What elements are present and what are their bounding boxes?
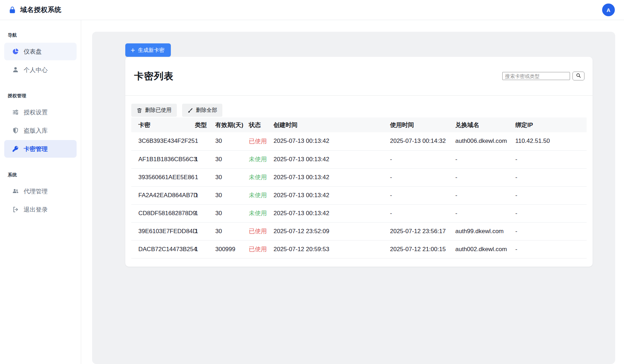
- table-cell: -: [515, 222, 587, 240]
- sidebar: 导航仪表盘个人中心授权管理授权设置盗版入库卡密管理系统代理管理退出登录: [0, 20, 81, 364]
- status-cell: 已使用: [249, 240, 274, 258]
- column-header: 类型: [195, 117, 215, 132]
- key-table: 卡密类型有效期(天)状态创建时间使用时间兑换域名绑定IP 3C6B393E434…: [131, 117, 587, 259]
- content-panel: 生成新卡密 卡密列表: [92, 32, 615, 364]
- table-head: 卡密类型有效期(天)状态创建时间使用时间兑换域名绑定IP: [131, 117, 587, 132]
- sidebar-sections: 导航仪表盘个人中心授权管理授权设置盗版入库卡密管理系统代理管理退出登录: [4, 32, 77, 218]
- sidebar-item-label: 退出登录: [24, 206, 48, 214]
- search-input[interactable]: [502, 72, 570, 80]
- app-window: 域名授权系统 A 导航仪表盘个人中心授权管理授权设置盗版入库卡密管理系统代理管理…: [0, 0, 624, 364]
- status-cell: 已使用: [249, 132, 274, 150]
- table-cell: -: [515, 240, 587, 258]
- table-cell: 1: [195, 150, 215, 168]
- table-cell: 30: [215, 186, 249, 204]
- plus-icon: [130, 48, 136, 53]
- user-icon: [12, 66, 19, 73]
- sidebar-section-label: 导航: [4, 32, 77, 38]
- table-cell: 30: [215, 222, 249, 240]
- table-cell: -: [515, 186, 587, 204]
- table-cell: -: [390, 204, 455, 222]
- users-icon: [12, 188, 19, 195]
- trash-icon: [137, 108, 142, 113]
- sidebar-item-label: 代理管理: [24, 187, 48, 195]
- table-cell: DACB72C14473B254: [131, 240, 195, 258]
- table-cell: -: [455, 150, 515, 168]
- table-cell: 1: [195, 240, 215, 258]
- shield-icon: [12, 127, 19, 134]
- pie-chart-icon: [12, 48, 19, 55]
- sidebar-item-label: 授权设置: [24, 108, 48, 116]
- table-cell: AF1B1B1836CB56C3: [131, 150, 195, 168]
- table-header-row: 卡密类型有效期(天)状态创建时间使用时间兑换域名绑定IP: [131, 117, 587, 132]
- main-area: 生成新卡密 卡密列表: [81, 20, 624, 364]
- user-avatar[interactable]: A: [602, 4, 615, 16]
- table-cell: CD8DF581682878D9: [131, 204, 195, 222]
- card-header: 卡密列表: [125, 57, 593, 96]
- table-cell: FA2A42EAD864AB7D: [131, 186, 195, 204]
- table-cell: -: [455, 204, 515, 222]
- sidebar-item-card-keys[interactable]: 卡密管理: [4, 140, 77, 158]
- top-bar: 域名授权系统 A: [0, 0, 624, 20]
- delete-all-button[interactable]: 删除全部: [182, 104, 222, 117]
- table-cell: 110.42.51.50: [515, 132, 587, 150]
- table-cell: auth99.dkewl.com: [455, 222, 515, 240]
- column-header: 卡密: [131, 117, 195, 132]
- table-cell: 2025-07-12 21:00:15: [390, 240, 455, 258]
- delete-used-label: 删除已使用: [145, 107, 172, 114]
- search-icon: [576, 73, 581, 79]
- table-cell: auth002.dkewl.com: [455, 240, 515, 258]
- table-cell: 30: [215, 204, 249, 222]
- sidebar-section-label: 系统: [4, 172, 77, 178]
- status-cell: 未使用: [249, 186, 274, 204]
- generate-key-button[interactable]: 生成新卡密: [125, 43, 171, 57]
- page-body: 导航仪表盘个人中心授权管理授权设置盗版入库卡密管理系统代理管理退出登录 生成新卡…: [0, 20, 624, 364]
- key-list-card: 卡密列表: [125, 57, 593, 267]
- table-cell: -: [455, 168, 515, 186]
- sidebar-item-profile[interactable]: 个人中心: [4, 61, 77, 79]
- table-cell: 39E6103E7FEDD84D: [131, 222, 195, 240]
- table-cell: 2025-07-13 00:13:42: [274, 168, 390, 186]
- table-cell: -: [455, 186, 515, 204]
- search-button[interactable]: [572, 72, 584, 80]
- column-header: 使用时间: [390, 117, 455, 132]
- delete-used-button[interactable]: 删除已使用: [131, 104, 177, 117]
- status-cell: 未使用: [249, 204, 274, 222]
- sidebar-item-dashboard[interactable]: 仪表盘: [4, 43, 77, 60]
- sidebar-item-auth-settings[interactable]: 授权设置: [4, 103, 77, 121]
- table-cell: 1: [195, 222, 215, 240]
- sidebar-item-agents[interactable]: 代理管理: [4, 182, 77, 200]
- table-cell: 30: [215, 150, 249, 168]
- table-row: 3C6B393E434F2F25130已使用2025-07-13 00:13:4…: [131, 132, 587, 150]
- table-row: CD8DF581682878D9130未使用2025-07-13 00:13:4…: [131, 204, 587, 222]
- table-cell: -: [515, 150, 587, 168]
- table-cell: 1: [195, 168, 215, 186]
- brand: 域名授权系统: [8, 5, 61, 14]
- sidebar-section: 授权管理授权设置盗版入库卡密管理: [4, 93, 77, 158]
- sidebar-item-logout[interactable]: 退出登录: [4, 201, 77, 218]
- sidebar-item-piracy-store[interactable]: 盗版入库: [4, 122, 77, 139]
- table-cell: 2025-07-12 23:52:09: [274, 222, 390, 240]
- table-row: 393560661AEE5E86130未使用2025-07-13 00:13:4…: [131, 168, 587, 186]
- sidebar-section: 系统代理管理退出登录: [4, 172, 77, 218]
- generate-key-label: 生成新卡密: [138, 47, 164, 54]
- lock-icon: [8, 6, 16, 14]
- table-row: FA2A42EAD864AB7D130未使用2025-07-13 00:13:4…: [131, 186, 587, 204]
- sidebar-section: 导航仪表盘个人中心: [4, 32, 77, 79]
- brush-icon: [187, 108, 193, 113]
- table-cell: 3C6B393E434F2F25: [131, 132, 195, 150]
- table-row: AF1B1B1836CB56C3130未使用2025-07-13 00:13:4…: [131, 150, 587, 168]
- table-row: DACB72C14473B2541300999已使用2025-07-12 20:…: [131, 240, 587, 258]
- table-cell: 2025-07-13 00:13:42: [274, 204, 390, 222]
- table-cell: -: [390, 150, 455, 168]
- column-header: 绑定IP: [515, 117, 587, 132]
- sidebar-item-label: 个人中心: [24, 66, 48, 74]
- table-cell: 2025-07-13 00:13:42: [274, 186, 390, 204]
- table-cell: 2025-07-13 00:14:32: [390, 132, 455, 150]
- table-body: 3C6B393E434F2F25130已使用2025-07-13 00:13:4…: [131, 132, 587, 258]
- column-header: 兑换域名: [455, 117, 515, 132]
- column-header: 创建时间: [274, 117, 390, 132]
- table-cell: -: [515, 204, 587, 222]
- table-cell: 300999: [215, 240, 249, 258]
- column-header: 状态: [249, 117, 274, 132]
- table-cell: 2025-07-12 23:56:17: [390, 222, 455, 240]
